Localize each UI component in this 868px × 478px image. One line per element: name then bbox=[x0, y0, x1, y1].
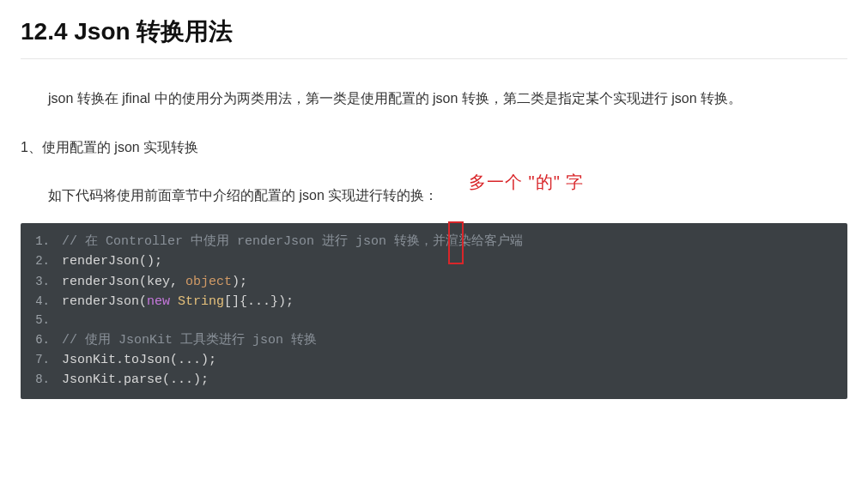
code-punct: (); bbox=[139, 251, 162, 271]
line-number: 1. bbox=[21, 233, 62, 251]
annotation-box bbox=[448, 221, 464, 264]
code-line: 7.JsonKit.toJson(...); bbox=[21, 350, 841, 370]
code-line: 6.// 使用 JsonKit 工具类进行 json 转换 bbox=[21, 330, 841, 350]
code-line: 1.// 在 Controller 中使用 renderJson 进行 json… bbox=[21, 232, 841, 251]
code-punct: []{...}); bbox=[224, 292, 294, 312]
code-punct bbox=[170, 292, 178, 312]
line-number: 2. bbox=[21, 252, 62, 271]
line-number: 7. bbox=[21, 351, 62, 370]
line-number: 4. bbox=[21, 293, 62, 312]
code-line: 2.renderJson(); bbox=[21, 251, 841, 271]
code-fn: renderJson bbox=[62, 251, 139, 271]
code-line: 5. bbox=[21, 312, 841, 330]
code-line: 3.renderJson(key, object); bbox=[21, 272, 841, 292]
code-line: 8.JsonKit.parse(...); bbox=[21, 370, 841, 390]
code-text: JsonKit.toJson(...); bbox=[62, 350, 216, 370]
code-object: object bbox=[185, 272, 232, 292]
line-number: 6. bbox=[21, 331, 62, 350]
code-line: 4.renderJson(new String[]{...}); bbox=[21, 292, 841, 312]
code-text: JsonKit.parse(...); bbox=[62, 370, 209, 390]
code-comment: // 使用 JsonKit 工具类进行 json 转换 bbox=[62, 330, 317, 350]
code-punct: , bbox=[170, 272, 185, 292]
code-class: String bbox=[178, 292, 224, 312]
code-keyword: new bbox=[147, 292, 170, 312]
line-number: 5. bbox=[21, 312, 62, 330]
code-block: 1.// 在 Controller 中使用 renderJson 进行 json… bbox=[21, 223, 847, 398]
code-fn: renderJson bbox=[62, 272, 139, 292]
code-punct: ( bbox=[139, 272, 147, 292]
description-paragraph: 如下代码将使用前面章节中介绍的配置的 json 实现进行转的换： bbox=[21, 182, 847, 209]
intro-paragraph: json 转换在 jfinal 中的使用分为两类用法，第一类是使用配置的 jso… bbox=[21, 83, 847, 113]
line-number: 3. bbox=[21, 273, 62, 292]
code-var: key bbox=[147, 272, 170, 292]
sub-heading: 1、使用配置的 json 实现转换 bbox=[21, 134, 847, 161]
code-punct: ); bbox=[232, 272, 247, 292]
section-title: 12.4 Json 转换用法 bbox=[21, 15, 847, 59]
code-fn: renderJson bbox=[62, 292, 139, 312]
code-punct: ( bbox=[139, 292, 147, 312]
annotation-text: 多一个 "的" 字 bbox=[469, 171, 584, 194]
line-number: 8. bbox=[21, 371, 62, 390]
document-content: 12.4 Json 转换用法 json 转换在 jfinal 中的使用分为两类用… bbox=[0, 0, 868, 399]
